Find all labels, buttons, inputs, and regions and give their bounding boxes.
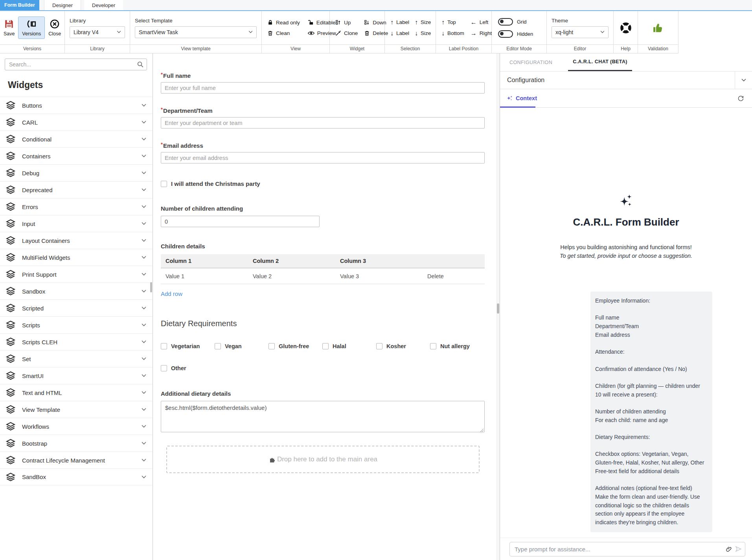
vegetarian-checkbox[interactable]	[161, 343, 167, 349]
clone-button[interactable]: Clone	[335, 30, 358, 36]
halal-checkbox[interactable]	[322, 343, 329, 349]
sidebar-item-scripted[interactable]: Scripted	[0, 299, 153, 316]
sidebar-item-scripts-cleh[interactable]: Scripts CLEH	[0, 333, 153, 350]
prompt-input[interactable]	[515, 546, 726, 553]
size-decrease-button[interactable]: ↓ Size	[415, 30, 431, 37]
sidebar-item-containers[interactable]: Containers	[0, 147, 153, 164]
context-tab-label: Context	[516, 95, 537, 101]
versions-icon	[26, 19, 37, 29]
label-position-right-button[interactable]: → Right	[471, 30, 492, 37]
widget-up-button[interactable]: Up	[335, 20, 358, 26]
layers-icon	[6, 472, 16, 482]
tab-form-builder[interactable]: Form Builder	[0, 0, 39, 10]
layers-icon	[6, 235, 16, 246]
attend-checkbox[interactable]	[161, 181, 167, 187]
sidebar-item-bootstrap[interactable]: Bootstrap	[0, 435, 153, 452]
chevron-down-icon	[142, 188, 146, 191]
group-label-view-template: View template	[130, 44, 261, 53]
layers-icon	[6, 202, 16, 212]
drop-zone-text: Drop here to add to the main area	[277, 455, 377, 463]
sidebar-item-errors[interactable]: Errors	[0, 198, 153, 215]
sidebar-item-debug[interactable]: Debug	[0, 164, 153, 181]
sidebar-item-sandbox[interactable]: Sandbox	[0, 283, 153, 299]
tab-carl-chat[interactable]: C.A.R.L. CHAT (BETA)	[568, 53, 632, 71]
help-button[interactable]	[614, 22, 638, 34]
label-increase-button[interactable]: ↑ Label	[390, 19, 409, 26]
sidebar-item-buttons[interactable]: Buttons	[0, 97, 153, 114]
arrow-up-icon: ↑	[441, 19, 445, 26]
save-button[interactable]: Save	[2, 18, 17, 37]
widget-down-label: Down	[373, 20, 386, 26]
sidebar-item-print-support[interactable]: Print Support	[0, 266, 153, 283]
dietary-option: Nut allergy	[430, 343, 484, 349]
sidebar-item-conditional[interactable]: Conditional	[0, 130, 153, 147]
configuration-collapse-button[interactable]	[735, 72, 752, 89]
sidebar-item-contract-lifecycle-management[interactable]: Contract Lifecycle Management	[0, 452, 153, 468]
sidebar-item-input[interactable]: Input	[0, 215, 153, 232]
sidebar-item-text-and-html[interactable]: Text and HTML	[0, 384, 153, 401]
search-icon[interactable]	[137, 61, 144, 68]
vegan-checkbox[interactable]	[215, 343, 221, 349]
sidebar-scrollbar[interactable]	[150, 282, 152, 292]
row-delete-link[interactable]: Delete	[423, 273, 485, 279]
kosher-checkbox[interactable]	[376, 343, 382, 349]
close-label: Close	[48, 31, 61, 37]
sparkles-icon	[506, 95, 513, 102]
additional-details-textarea[interactable]: $esc.html($form.dietotherdetails.value)	[161, 401, 485, 432]
main-scrollbar-track[interactable]	[496, 53, 500, 560]
grid-toggle[interactable]	[498, 18, 513, 26]
paperclip-icon[interactable]	[726, 546, 732, 553]
department-team-label: Department/Team	[161, 106, 485, 114]
sidebar-item-scripts[interactable]: Scripts	[0, 316, 153, 333]
context-bar: Context	[500, 89, 752, 108]
resize-grip-icon[interactable]	[480, 428, 484, 432]
sidebar-item-smartui[interactable]: SmartUI	[0, 367, 153, 384]
size-increase-button[interactable]: ↑ Size	[415, 19, 431, 26]
theme-select[interactable]: xq-light	[552, 26, 609, 38]
refresh-icon[interactable]	[737, 95, 744, 102]
label-position-top-button[interactable]: ↑ Top	[441, 19, 464, 26]
label-position-bottom-button[interactable]: ↓ Bottom	[441, 30, 464, 37]
full-name-input[interactable]	[161, 82, 485, 94]
clean-button[interactable]: Clean	[267, 30, 300, 36]
sidebar-item-multifield-widgets[interactable]: MultiField Widgets	[0, 249, 153, 266]
additional-details-label: Additional dietary details	[161, 390, 485, 397]
email-address-input[interactable]	[161, 152, 485, 163]
add-row-link[interactable]: Add row	[161, 290, 182, 297]
sidebar-item-sandbox-2[interactable]: SandBox	[0, 468, 153, 485]
close-button[interactable]: Close	[47, 18, 63, 37]
sidebar-item-deprecated[interactable]: Deprecated	[0, 181, 153, 198]
drop-zone[interactable]: Drop here to add to the main area	[166, 446, 480, 473]
label-down-label: Label	[396, 30, 409, 36]
tab-developer[interactable]: Developer	[84, 0, 123, 10]
library-select[interactable]: Library V4	[70, 26, 125, 38]
other-checkbox[interactable]	[161, 365, 167, 371]
label-decrease-button[interactable]: ↓ Label	[390, 30, 409, 37]
send-icon[interactable]	[735, 545, 742, 553]
context-tab[interactable]: Context	[506, 95, 537, 102]
read-only-button[interactable]: Read only	[267, 20, 300, 26]
gluten-free-checkbox[interactable]	[268, 343, 275, 349]
sidebar-item-workflows[interactable]: Workflows	[0, 418, 153, 435]
right-label: Right	[480, 30, 492, 36]
configuration-header-label: Configuration	[507, 77, 544, 84]
versions-button[interactable]: Versions	[18, 17, 45, 39]
configuration-header[interactable]: Configuration	[500, 71, 752, 89]
template-select[interactable]: SmartView Task	[135, 26, 257, 38]
main-scrollbar-thumb[interactable]	[497, 303, 499, 314]
tab-configuration[interactable]: CONFIGURATION	[507, 53, 555, 71]
sidebar-item-view-template[interactable]: View Template	[0, 401, 153, 418]
hidden-toggle[interactable]	[498, 30, 513, 38]
chevron-down-icon	[142, 307, 146, 310]
validation-button[interactable]	[638, 22, 678, 34]
tab-designer[interactable]: Designer	[44, 0, 81, 10]
sidebar-item-layout-containers[interactable]: Layout Containers	[0, 232, 153, 249]
sidebar-item-set[interactable]: Set	[0, 350, 153, 367]
children-number-input[interactable]	[161, 216, 320, 227]
nut-allergy-checkbox[interactable]	[430, 343, 436, 349]
chevron-down-icon	[741, 79, 746, 82]
label-position-left-button[interactable]: ← Left	[471, 19, 492, 26]
department-team-input[interactable]	[161, 117, 485, 129]
search-input[interactable]	[5, 59, 147, 70]
sidebar-item-carl[interactable]: CARL	[0, 114, 153, 130]
